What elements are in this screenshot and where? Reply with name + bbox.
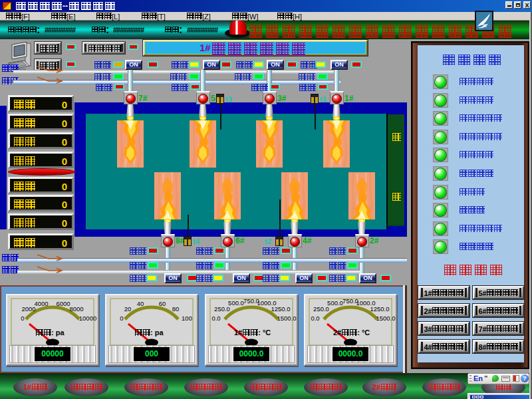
- svg-text:6000: 6000: [56, 300, 70, 307]
- svg-text:0: 0: [21, 315, 24, 322]
- svg-text:500.0: 500.0: [228, 299, 244, 307]
- svg-text:1250.0: 1250.0: [370, 305, 389, 313]
- svg-text:10000: 10000: [79, 315, 96, 322]
- svg-text:20: 20: [124, 305, 132, 313]
- svg-text:1500.0: 1500.0: [376, 315, 395, 322]
- svg-text:0.0: 0.0: [311, 315, 319, 322]
- svg-text:1250.0: 1250.0: [271, 305, 290, 313]
- svg-text:1000.0: 1000.0: [257, 299, 276, 307]
- svg-text:1000.0: 1000.0: [356, 299, 375, 307]
- svg-text:80: 80: [172, 305, 180, 313]
- svg-text:750.0: 750.0: [243, 297, 259, 305]
- svg-text:250.0: 250.0: [214, 305, 230, 313]
- svg-text:100: 100: [182, 315, 192, 322]
- svg-text:60: 60: [159, 300, 166, 307]
- svg-text:1500.0: 1500.0: [277, 315, 296, 322]
- svg-text:500.0: 500.0: [327, 299, 343, 307]
- svg-text:250.0: 250.0: [313, 305, 329, 313]
- svg-text:40: 40: [137, 300, 144, 307]
- svg-text:4000: 4000: [34, 300, 48, 307]
- svg-text:8000: 8000: [69, 305, 83, 313]
- svg-text:750.0: 750.0: [342, 297, 358, 305]
- svg-text:2000: 2000: [21, 305, 35, 313]
- svg-text:0.0: 0.0: [211, 315, 220, 322]
- svg-text:0: 0: [120, 315, 123, 322]
